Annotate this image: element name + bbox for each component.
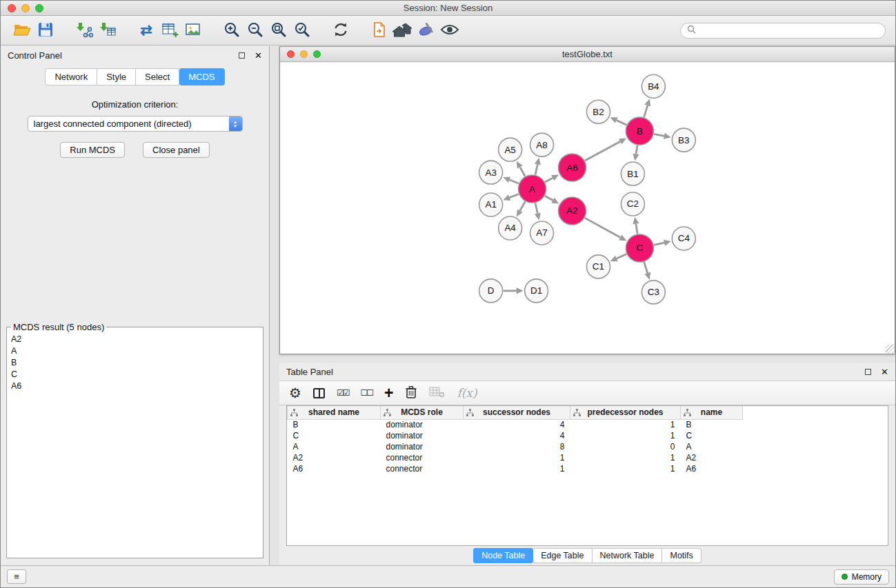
table-cell[interactable]: 1 [464,463,570,474]
table-cell[interactable]: A [288,441,381,452]
table-cell[interactable]: 0 [570,441,681,452]
column-header-name[interactable]: name [681,406,743,419]
close-table-panel-icon[interactable]: ✕ [881,367,888,377]
mcds-result-item[interactable]: A2 [8,334,261,345]
node-table-container[interactable]: shared nameMCDS rolesuccessor nodesprede… [286,405,888,546]
tab-mcds[interactable]: MCDS [179,68,224,85]
open-session-button[interactable] [10,19,34,42]
network-node-A[interactable]: A [519,175,546,203]
network-edge[interactable] [654,134,664,136]
float-table-panel-icon[interactable] [865,369,871,375]
table-cell[interactable]: A2 [681,452,743,463]
zoom-in-button[interactable] [220,19,243,42]
task-history-button[interactable]: ≡ [7,569,26,584]
column-header-mcds-role[interactable]: MCDS role [381,406,464,419]
network-node-A8[interactable]: A8 [530,133,554,156]
table-row[interactable]: Adominator80A [288,441,743,452]
network-node-B[interactable]: B [626,117,653,145]
import-table-file-button[interactable] [96,19,119,42]
new-network-button[interactable]: ⇄ [135,19,158,42]
mcds-result-item[interactable]: B [8,357,261,369]
close-panel-icon[interactable]: ✕ [255,50,262,61]
new-table-button[interactable] [158,19,181,42]
table-cell[interactable]: dominator [381,430,464,441]
network-node-C4[interactable]: C4 [672,227,695,250]
table-cell[interactable]: 8 [464,441,570,452]
delete-table-button[interactable] [429,383,445,403]
table-cell[interactable]: 4 [464,430,570,441]
column-header-shared-name[interactable]: shared name [288,406,381,419]
memory-button[interactable]: Memory [834,569,889,585]
table-cell[interactable]: A [681,441,743,452]
tab-network[interactable]: Network [45,68,97,85]
network-node-A4[interactable]: A4 [499,216,522,240]
float-panel-icon[interactable] [239,52,245,59]
zoom-fit-button[interactable] [267,19,290,42]
close-panel-button[interactable]: Close panel [143,142,210,158]
network-canvas[interactable]: B4B2BB3A8A5A6A3B1AC2A1A2A4A7C4CC1C3DD1 [280,62,895,354]
deselect-all-button[interactable]: ☐☐ [360,383,372,403]
table-settings-button[interactable]: ⚙ [289,383,301,403]
network-node-A5[interactable]: A5 [499,138,522,161]
home-button[interactable] [391,19,415,42]
network-node-B3[interactable]: B3 [672,128,695,152]
network-edge[interactable] [545,196,553,200]
network-edge[interactable] [520,201,526,210]
run-mcds-button[interactable]: Run MCDS [60,142,125,158]
network-node-B2[interactable]: B2 [587,100,610,123]
table-cell[interactable]: C [681,430,743,441]
table-row[interactable]: A6connector11A6 [288,463,743,474]
network-node-D1[interactable]: D1 [525,279,548,303]
tab-node-table[interactable]: Node Table [473,548,533,563]
network-edge[interactable] [617,254,626,258]
network-edge[interactable] [535,164,537,174]
network-node-A2[interactable]: A2 [559,197,586,225]
network-edge[interactable] [636,145,637,154]
table-cell[interactable]: connector [381,463,464,474]
tab-edge-table[interactable]: Edge Table [533,548,592,563]
network-node-C1[interactable]: C1 [587,255,610,278]
table-cell[interactable]: B [288,419,381,430]
mcds-result-item[interactable]: C [8,369,261,381]
refresh-layout-button[interactable] [329,19,352,42]
table-cell[interactable]: 1 [570,430,681,441]
open-document-button[interactable] [368,19,391,42]
resize-grip[interactable] [886,345,895,354]
delete-column-button[interactable] [405,383,417,403]
network-node-A3[interactable]: A3 [479,161,503,184]
network-edge[interactable] [585,141,620,161]
network-node-A7[interactable]: A7 [530,221,554,245]
network-edge[interactable] [644,105,648,117]
show-columns-button[interactable] [313,383,325,403]
network-node-B4[interactable]: B4 [641,74,665,98]
tab-select[interactable]: Select [136,68,179,85]
table-cell[interactable]: dominator [381,419,464,430]
table-cell[interactable]: A2 [288,452,381,463]
table-cell[interactable]: 1 [570,452,681,463]
tab-network-table[interactable]: Network Table [593,548,663,563]
analyzer-button[interactable] [415,19,438,42]
network-edge[interactable] [617,120,627,125]
table-cell[interactable]: 4 [464,419,570,430]
export-image-button[interactable] [181,19,205,42]
network-edge[interactable] [520,167,526,176]
mcds-result-item[interactable]: A6 [8,381,261,392]
optimization-criterion-dropdown[interactable]: largest connected component (directed) ▲… [28,116,243,132]
network-node-A6[interactable]: A6 [559,154,586,181]
network-edge[interactable] [644,262,648,273]
add-column-button[interactable]: + [384,383,393,403]
network-node-C2[interactable]: C2 [621,192,644,216]
network-edge[interactable] [510,180,519,183]
network-node-D[interactable]: D [479,279,503,303]
network-edge[interactable] [654,243,664,245]
table-row[interactable]: A2connector11A2 [288,452,743,463]
network-edge[interactable] [636,224,637,234]
table-cell[interactable]: A6 [288,463,381,474]
table-cell[interactable]: connector [381,452,464,463]
zoom-selected-button[interactable] [290,19,314,42]
network-node-C[interactable]: C [626,234,653,262]
network-node-A1[interactable]: A1 [479,193,503,216]
column-header-successor-nodes[interactable]: successor nodes [464,406,570,419]
network-node-C3[interactable]: C3 [641,281,665,304]
mcds-result-item[interactable]: A [8,345,261,357]
